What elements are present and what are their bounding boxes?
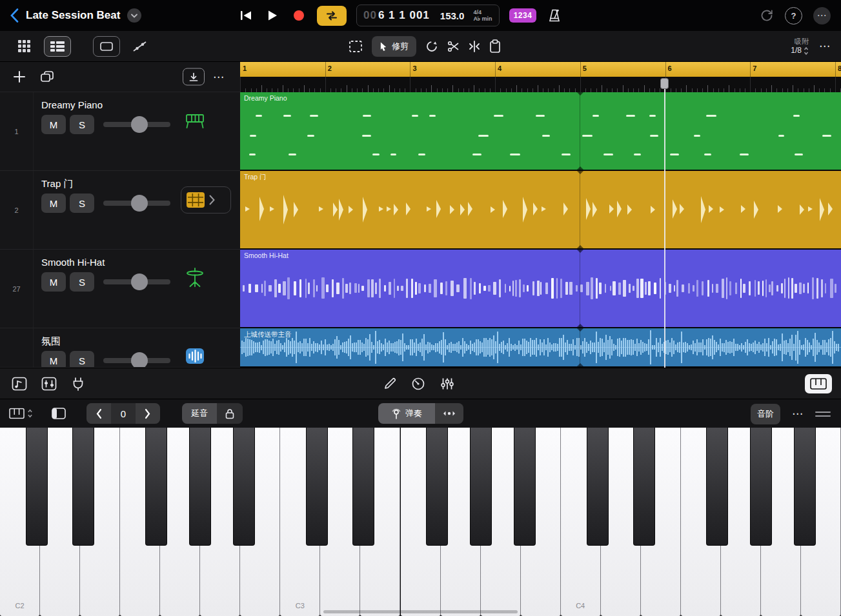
- record-button[interactable]: [290, 6, 307, 25]
- browser-button[interactable]: [12, 377, 27, 391]
- tuner-button[interactable]: [411, 377, 425, 391]
- cycle-button[interactable]: [317, 6, 347, 26]
- project-menu-button[interactable]: [127, 8, 141, 23]
- metronome-button[interactable]: [546, 6, 563, 25]
- go-to-beginning-button[interactable]: [238, 6, 254, 25]
- slider-knob[interactable]: [131, 352, 148, 368]
- piano-key-black[interactable]: [72, 428, 94, 546]
- mute-button[interactable]: M: [41, 115, 66, 134]
- scale-button[interactable]: 音阶: [751, 404, 780, 424]
- octave-down-button[interactable]: [86, 403, 111, 424]
- levels-button[interactable]: [440, 377, 454, 391]
- view-cell-button[interactable]: [93, 36, 120, 57]
- mixer-button[interactable]: [41, 377, 57, 391]
- waveform-spike: [820, 198, 824, 221]
- play-mode-button[interactable]: 弹奏: [378, 403, 435, 424]
- add-track-button[interactable]: [13, 70, 26, 83]
- piano-icon[interactable]: [183, 109, 207, 131]
- track-header-more-button[interactable]: ⋯: [213, 70, 225, 84]
- volume-slider[interactable]: [103, 195, 170, 212]
- track-disclosure-button[interactable]: [181, 186, 231, 214]
- piano-key-black[interactable]: [470, 428, 492, 546]
- piano-key-black[interactable]: [426, 428, 448, 546]
- hit-bar: [693, 285, 694, 292]
- piano-key-black[interactable]: [306, 428, 328, 546]
- solo-button[interactable]: S: [70, 351, 94, 368]
- solo-button[interactable]: S: [70, 272, 94, 292]
- slider-knob[interactable]: [131, 116, 148, 133]
- import-button[interactable]: [183, 68, 205, 86]
- slider-knob[interactable]: [131, 273, 148, 290]
- join-tool-button[interactable]: [469, 40, 480, 53]
- lcd-display[interactable]: 00 6 1 1 001 153.0 4/4 A♭ min: [356, 5, 500, 26]
- count-in-button[interactable]: 1234: [509, 8, 537, 23]
- back-icon[interactable]: [10, 8, 19, 23]
- piano-key-black[interactable]: [514, 428, 536, 546]
- mute-button[interactable]: M: [41, 194, 66, 213]
- split-tool-button[interactable]: [447, 41, 460, 52]
- region[interactable]: Trap 门: [240, 171, 841, 248]
- panel-toggle-button[interactable]: [52, 408, 66, 419]
- mute-button[interactable]: M: [41, 272, 66, 292]
- keyboard-toggle-button[interactable]: [805, 374, 832, 393]
- help-button[interactable]: ?: [785, 7, 802, 25]
- hit-bar: [509, 286, 511, 292]
- snap-control[interactable]: 吸附 1/8: [791, 37, 809, 56]
- playhead-handle[interactable]: [660, 78, 669, 89]
- project-title[interactable]: Late Session Beat: [26, 9, 120, 22]
- solo-button[interactable]: S: [70, 194, 94, 213]
- piano-key-black[interactable]: [145, 428, 167, 546]
- keyboard-more-button[interactable]: ⋯: [792, 407, 804, 421]
- hihat-icon[interactable]: [183, 266, 207, 288]
- loop-tool-button[interactable]: [425, 40, 438, 53]
- hit-bar: [707, 280, 709, 297]
- paste-button[interactable]: [489, 39, 501, 54]
- track-header[interactable]: 27Smooth Hi-HatMS: [0, 250, 240, 328]
- glide-mode-button[interactable]: [435, 403, 463, 424]
- sustain-button[interactable]: 延音: [182, 403, 217, 424]
- volume-slider[interactable]: [103, 116, 170, 133]
- view-grid-button[interactable]: [10, 36, 37, 57]
- view-automation-button[interactable]: [127, 36, 154, 57]
- track-header[interactable]: 1Dreamy PianoMS: [0, 92, 240, 171]
- ruler[interactable]: 12345678: [240, 62, 841, 92]
- cycle-range[interactable]: 12345678: [240, 62, 841, 77]
- waveform-bar: [712, 335, 713, 359]
- piano-key-black[interactable]: [706, 428, 728, 546]
- toolbar-more-button[interactable]: ⋯: [819, 39, 831, 53]
- history-button[interactable]: [760, 8, 774, 23]
- waveform-bar: [332, 344, 334, 352]
- piano-key-black[interactable]: [587, 428, 609, 546]
- piano-key-black[interactable]: [233, 428, 255, 546]
- more-button[interactable]: ⋯: [813, 7, 831, 25]
- piano-key-black[interactable]: [189, 428, 211, 546]
- piano-key-black[interactable]: [26, 428, 48, 546]
- octave-up-button[interactable]: [136, 403, 160, 424]
- plugins-button[interactable]: [71, 377, 85, 391]
- piano-key-black[interactable]: [352, 428, 374, 546]
- sustain-lock-button[interactable]: [217, 403, 243, 424]
- surface-picker-button[interactable]: [9, 408, 33, 419]
- view-tracks-button[interactable]: [44, 36, 71, 57]
- piano-key-black[interactable]: [633, 428, 655, 546]
- draw-button[interactable]: [383, 377, 396, 390]
- solo-button[interactable]: S: [70, 115, 94, 134]
- marquee-tool-button[interactable]: [349, 40, 363, 53]
- play-button[interactable]: [264, 6, 281, 25]
- volume-slider[interactable]: [103, 352, 170, 368]
- region[interactable]: Dreamy Piano: [240, 92, 841, 170]
- track-header[interactable]: 2Trap 门MS: [0, 171, 240, 250]
- piano-keyboard[interactable]: C2C3C4: [0, 428, 841, 616]
- track-header[interactable]: 氛围MS: [0, 328, 240, 368]
- region[interactable]: 上城传送带主音: [240, 328, 841, 366]
- trim-tool-button[interactable]: 修剪: [372, 36, 416, 57]
- piano-key-black[interactable]: [794, 428, 816, 546]
- piano-key-black[interactable]: [750, 428, 772, 546]
- keyboard-drag-handle[interactable]: [815, 411, 831, 417]
- mute-button[interactable]: M: [41, 351, 66, 368]
- region[interactable]: Smooth Hi-Hat: [240, 250, 841, 327]
- audio-wave-icon[interactable]: [183, 345, 207, 367]
- track-stack-button[interactable]: [40, 70, 54, 83]
- slider-knob[interactable]: [131, 195, 148, 212]
- volume-slider[interactable]: [103, 273, 170, 290]
